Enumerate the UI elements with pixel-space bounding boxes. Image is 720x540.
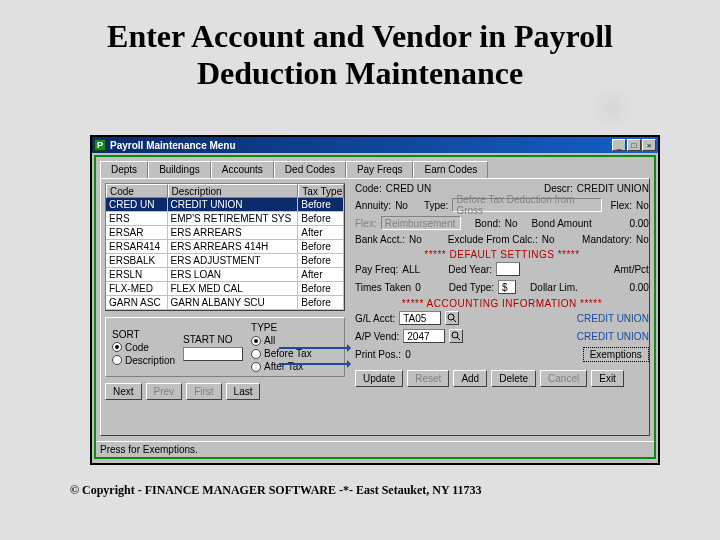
maximize-button[interactable]: □	[627, 139, 641, 151]
times-value: 0	[415, 282, 421, 293]
mandatory-value: No	[636, 234, 649, 245]
table-row[interactable]: ERSLN ERS LOAN After	[106, 268, 344, 282]
deduction-grid[interactable]: Code Description Tax Type CRED UN CREDIT…	[105, 183, 345, 311]
table-row[interactable]: ERSAR ERS ARREARS After	[106, 226, 344, 240]
sort-title: SORT	[112, 329, 175, 340]
titlebar: P Payroll Maintenance Menu _ □ ×	[92, 137, 658, 153]
content-frame: Depts Buildings Accounts Ded Codes Pay F…	[94, 155, 656, 459]
flex-label: Flex:	[610, 200, 632, 211]
bank-value: No	[409, 234, 422, 245]
type-all[interactable]: All	[251, 335, 312, 346]
dollar-lim-value: 0.00	[629, 282, 648, 293]
prev-button[interactable]: Prev	[146, 383, 183, 400]
ap-vend-desc: CREDIT UNION	[577, 331, 649, 342]
mandatory-label: Mandatory:	[582, 234, 632, 245]
table-row[interactable]: ERSAR414 ERS ARREARS 414H Before	[106, 240, 344, 254]
bond-value: No	[505, 218, 518, 229]
table-row[interactable]: ERSBALK ERS ADJUSTMENT Before	[106, 254, 344, 268]
tab-accounts[interactable]: Accounts	[211, 161, 274, 178]
tab-depts[interactable]: Depts	[100, 161, 148, 178]
ap-lookup-icon[interactable]	[449, 329, 463, 343]
status-bar: Press for Exemptions.	[96, 441, 654, 457]
copyright-text: © Copyright - FINANCE MANAGER SOFTWARE -…	[70, 483, 482, 498]
ap-vend-input[interactable]: 2047	[403, 329, 445, 343]
arrow-gl-icon	[279, 347, 349, 349]
defaults-header: ***** DEFAULT SETTINGS *****	[355, 249, 649, 260]
gl-acct-label: G/L Acct:	[355, 313, 395, 324]
table-row[interactable]: ERS EMP'S RETIREMENT SYS Before	[106, 212, 344, 226]
sort-by-description[interactable]: Description	[112, 355, 175, 366]
delete-button[interactable]: Delete	[491, 370, 536, 387]
tab-ded-codes[interactable]: Ded Codes	[274, 161, 346, 178]
table-row[interactable]: GARN ASC GARN ALBANY SCU Before	[106, 296, 344, 310]
tab-bar: Depts Buildings Accounts Ded Codes Pay F…	[96, 157, 654, 178]
update-button[interactable]: Update	[355, 370, 403, 387]
start-no-input[interactable]	[183, 347, 243, 361]
bank-label: Bank Acct.:	[355, 234, 405, 245]
tab-earn-codes[interactable]: Earn Codes	[413, 161, 488, 178]
bond-amount-value: 0.00	[629, 218, 648, 229]
table-row[interactable]: CRED UN CREDIT UNION Before	[106, 198, 344, 212]
bond-label: Bond:	[475, 218, 501, 229]
next-button[interactable]: Next	[105, 383, 142, 400]
ded-type-label: Ded Type:	[449, 282, 494, 293]
flex-value: No	[636, 200, 649, 211]
reset-button[interactable]: Reset	[407, 370, 449, 387]
type-select[interactable]: Before Tax Deduction from Gross	[452, 198, 602, 212]
exclude-value: No	[542, 234, 555, 245]
gl-lookup-icon[interactable]	[445, 311, 459, 325]
type-label: TYPE	[251, 322, 312, 333]
app-window: P Payroll Maintenance Menu _ □ × Depts B…	[90, 135, 660, 465]
code-value: CRED UN	[386, 183, 432, 194]
minimize-button[interactable]: _	[612, 139, 626, 151]
app-icon: P	[94, 139, 106, 151]
pay-freq-label: Pay Freq:	[355, 264, 398, 275]
table-row[interactable]: FLX-MED FLEX MED CAL Before	[106, 282, 344, 296]
gl-acct-desc: CREDIT UNION	[577, 313, 649, 324]
window-title: Payroll Maintenance Menu	[110, 140, 612, 151]
close-button[interactable]: ×	[642, 139, 656, 151]
exemptions-button[interactable]: Exemptions	[583, 347, 649, 362]
tab-panel: Code Description Tax Type CRED UN CREDIT…	[100, 178, 650, 436]
col-code[interactable]: Code	[106, 184, 168, 198]
type-before-tax[interactable]: Before Tax	[251, 348, 312, 359]
arrow-ap-icon	[279, 363, 349, 365]
start-no-label: START NO	[183, 334, 243, 345]
ded-year-label: Ded Year:	[448, 264, 492, 275]
first-button[interactable]: First	[186, 383, 221, 400]
descr-value: CREDIT UNION	[577, 183, 649, 194]
accounting-header: ***** ACCOUNTING INFORMATION *****	[355, 298, 649, 309]
action-buttons: Update Reset Add Delete Cancel Exit	[355, 370, 649, 387]
exit-button[interactable]: Exit	[591, 370, 624, 387]
col-description[interactable]: Description	[168, 184, 299, 198]
code-label: Code:	[355, 183, 382, 194]
annuity-value: No	[395, 200, 408, 211]
flex-sub-label: Flex:	[355, 218, 377, 229]
print-pos-label: Print Pos.:	[355, 349, 401, 360]
col-tax-type[interactable]: Tax Type	[298, 184, 344, 198]
ded-year-input[interactable]	[496, 262, 520, 276]
pay-freq-value: ALL	[402, 264, 420, 275]
type-detail-label: Type:	[424, 200, 448, 211]
cancel-button[interactable]: Cancel	[540, 370, 587, 387]
bond-amount-label: Bond Amount	[532, 218, 592, 229]
last-button[interactable]: Last	[226, 383, 261, 400]
tab-buildings[interactable]: Buildings	[148, 161, 211, 178]
gl-acct-input[interactable]: TA05	[399, 311, 441, 325]
dollar-lim-label: Dollar Lim.	[530, 282, 578, 293]
tab-pay-freqs[interactable]: Pay Freqs	[346, 161, 414, 178]
sort-by-code[interactable]: Code	[112, 342, 175, 353]
reimbursement-select[interactable]: Reimbursement	[381, 216, 461, 230]
ap-vend-label: A/P Vend:	[355, 331, 399, 342]
add-button[interactable]: Add	[453, 370, 487, 387]
print-pos-value: 0	[405, 349, 411, 360]
grid-header: Code Description Tax Type	[106, 184, 344, 198]
descr-label: Descr:	[544, 183, 573, 194]
times-label: Times Taken	[355, 282, 411, 293]
left-pane: Code Description Tax Type CRED UN CREDIT…	[101, 179, 349, 435]
ded-type-input[interactable]: $	[498, 280, 516, 294]
svg-line-1	[453, 319, 456, 322]
annuity-label: Annuity:	[355, 200, 391, 211]
svg-line-3	[457, 337, 460, 340]
slide-title: Enter Account and Vendor in Payroll Dedu…	[0, 0, 720, 100]
